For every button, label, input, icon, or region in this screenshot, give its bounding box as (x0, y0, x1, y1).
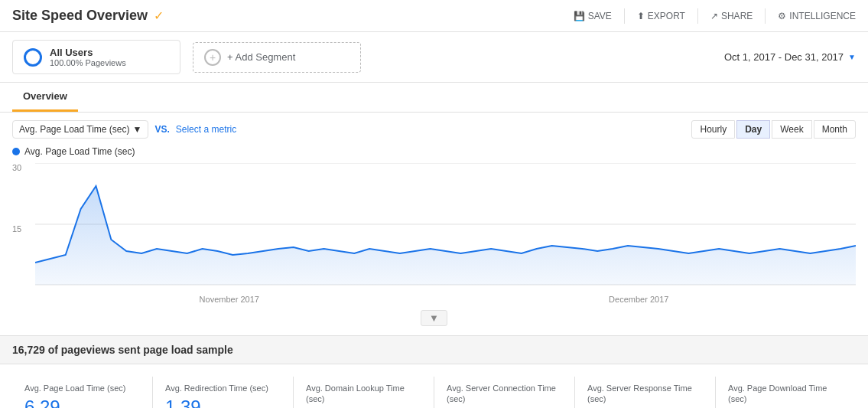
x-label-dec: December 2017 (609, 295, 668, 304)
dropdown-arrow-icon: ▼ (133, 124, 142, 135)
metric-dropdown[interactable]: Avg. Page Load Time (sec) ▼ (12, 120, 148, 139)
date-range-text: Oct 1, 2017 - Dec 31, 2017 (724, 51, 844, 63)
chevron-down-icon: ▼ (848, 53, 856, 61)
summary-text: 16,729 of pageviews sent page load sampl… (12, 344, 233, 356)
month-button[interactable]: Month (814, 120, 856, 139)
metric-card-0: Avg. Page Load Time (sec) 6.29 (12, 377, 153, 408)
segment-bar: All Users 100.00% Pageviews + + Add Segm… (0, 32, 868, 83)
x-labels: November 2017 December 2017 (12, 292, 856, 307)
scroll-button[interactable]: ▼ (421, 310, 447, 326)
verified-icon: ✓ (154, 8, 164, 23)
add-segment-button[interactable]: + + Add Segment (193, 42, 361, 73)
top-actions: 💾 SAVE ⬆ EXPORT ↗ SHARE ⚙ INTELLIGENCE (574, 8, 856, 24)
segment-circle-icon (24, 48, 42, 67)
segment-sub: 100.00% Pageviews (50, 58, 126, 67)
intelligence-button[interactable]: ⚙ INTELLIGENCE (778, 11, 856, 21)
x-label-nov: November 2017 (200, 295, 259, 304)
metric-label: Avg. Page Load Time (sec) (19, 124, 130, 135)
metric-card-4: Avg. Server Response Time (sec) 0.68 (575, 377, 716, 408)
tabs-bar: Overview (0, 83, 868, 113)
hourly-button[interactable]: Hourly (691, 120, 735, 139)
metric-card-2: Avg. Domain Lookup Time (sec) 0.03 (294, 377, 434, 408)
metric-label-0: Avg. Page Load Time (sec) (24, 383, 140, 393)
select-metric-link[interactable]: Select a metric (176, 124, 236, 135)
segment-info: All Users 100.00% Pageviews (50, 47, 126, 67)
save-icon: 💾 (574, 11, 585, 21)
share-icon: ↗ (710, 11, 718, 21)
tab-overview[interactable]: Overview (12, 83, 78, 112)
chart-legend: Avg. Page Load Time (sec) (12, 146, 856, 157)
metrics-grid: Avg. Page Load Time (sec) 6.29 Avg. Redi… (0, 364, 868, 408)
metric-label-3: Avg. Server Connection Time (sec) (447, 383, 562, 405)
date-range-picker[interactable]: Oct 1, 2017 - Dec 31, 2017 ▼ (724, 51, 856, 63)
day-button[interactable]: Day (736, 120, 770, 139)
chart-area (35, 186, 856, 285)
week-button[interactable]: Week (772, 120, 811, 139)
metric-label-2: Avg. Domain Lookup Time (sec) (306, 383, 421, 405)
export-icon: ⬆ (637, 11, 645, 21)
metric-label-4: Avg. Server Response Time (sec) (587, 383, 703, 405)
y-label-15: 15 (12, 224, 21, 233)
page-title: Site Speed Overview (12, 8, 148, 24)
segment-name: All Users (50, 47, 126, 58)
summary-bar: 16,729 of pageviews sent page load sampl… (0, 335, 868, 364)
top-bar: Site Speed Overview ✓ 💾 SAVE ⬆ EXPORT ↗ … (0, 0, 868, 32)
y-label-30: 30 (12, 163, 21, 172)
scroll-indicator: ▼ (12, 307, 856, 329)
chart-svg (35, 163, 856, 286)
metric-label-5: Avg. Page Download Time (sec) (728, 383, 844, 405)
save-button[interactable]: 💾 SAVE (574, 11, 612, 21)
time-buttons: Hourly Day Week Month (691, 120, 856, 139)
divider (765, 8, 766, 24)
title-area: Site Speed Overview ✓ (12, 8, 164, 24)
chart-container: 30 15 (35, 163, 856, 286)
export-button[interactable]: ⬆ EXPORT (637, 11, 685, 21)
chart-controls: Avg. Page Load Time (sec) ▼ VS. Select a… (0, 113, 868, 146)
metric-card-3: Avg. Server Connection Time (sec) 0.08 (434, 377, 575, 408)
metric-selector: Avg. Page Load Time (sec) ▼ VS. Select a… (12, 120, 236, 139)
legend-label: Avg. Page Load Time (sec) (24, 146, 135, 157)
add-segment-label: + Add Segment (227, 51, 295, 63)
metric-card-5: Avg. Page Download Time (sec) 0.24 (716, 377, 856, 408)
intelligence-icon: ⚙ (778, 11, 786, 21)
legend-dot-icon (12, 148, 20, 155)
share-button[interactable]: ↗ SHARE (710, 11, 753, 21)
metric-card-1: Avg. Redirection Time (sec) 1.39 (153, 377, 294, 408)
metric-value-0: 6.29 (24, 397, 140, 408)
add-circle-icon: + (204, 49, 221, 66)
divider (697, 8, 698, 24)
divider (624, 8, 625, 24)
all-users-segment[interactable]: All Users 100.00% Pageviews (12, 40, 180, 74)
chart-section: Avg. Page Load Time (sec) 30 15 November (0, 146, 868, 329)
y-axis: 30 15 (12, 163, 21, 286)
vs-label: VS. (154, 124, 169, 135)
metric-value-1: 1.39 (165, 397, 281, 408)
metric-label-1: Avg. Redirection Time (sec) (165, 383, 281, 393)
